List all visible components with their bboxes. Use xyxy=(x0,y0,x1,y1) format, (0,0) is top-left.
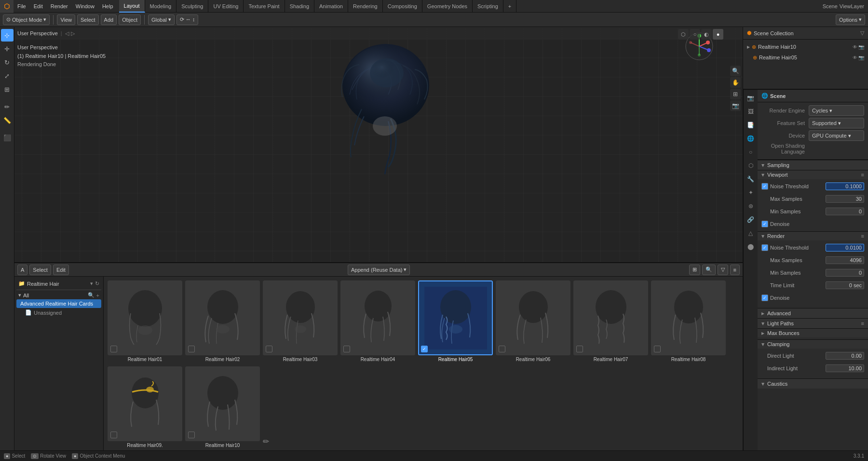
hair06-check[interactable] xyxy=(499,346,505,352)
asset-select-btn[interactable]: Select xyxy=(29,265,51,275)
all-category[interactable]: ▾ All 🔍 + xyxy=(16,291,101,299)
render-action-icon[interactable]: ≡ xyxy=(861,233,864,239)
props-tab-material[interactable]: ⬤ xyxy=(745,240,757,253)
tool-measure[interactable]: 📏 xyxy=(1,114,14,126)
props-tab-object[interactable]: ⬡ xyxy=(745,159,757,172)
shade-material[interactable]: ◐ xyxy=(701,29,712,40)
tool-scale[interactable]: ⤢ xyxy=(1,70,14,82)
transform-global[interactable]: Global ▾ xyxy=(148,14,175,25)
props-tab-view-layer[interactable]: 📑 xyxy=(745,119,757,131)
clamping-header[interactable]: ▶ Clamping xyxy=(758,339,868,349)
hair05-check[interactable]: ✓ xyxy=(421,346,428,352)
sort-btn[interactable]: ≡ xyxy=(730,265,740,275)
render-denoise-check[interactable]: ✓ xyxy=(761,294,768,301)
render-noise-check[interactable]: ✓ xyxy=(761,244,768,251)
unassigned-cat[interactable]: 📄 Unassigned xyxy=(16,308,101,317)
device-value[interactable]: GPU Compute ▾ xyxy=(809,130,864,141)
asset-hair10[interactable]: Realtime Hair10 xyxy=(185,366,260,449)
menu-window[interactable]: Window xyxy=(72,0,98,13)
hair01-check[interactable] xyxy=(110,346,117,352)
library-dropdown[interactable]: ▾ xyxy=(90,280,93,287)
tab-layout[interactable]: Layout xyxy=(119,0,145,13)
viewport-action-icon[interactable]: ≡ xyxy=(861,172,864,178)
tab-scripting[interactable]: Scripting xyxy=(473,0,503,13)
shade-wireframe[interactable]: ⬡ xyxy=(678,29,689,40)
hair09-check[interactable] xyxy=(110,432,117,438)
props-tab-particles[interactable]: ✦ xyxy=(745,186,757,199)
tab-shading[interactable]: Shading xyxy=(285,0,314,13)
vp-noise-check[interactable]: ✓ xyxy=(761,183,768,190)
hair08-check[interactable] xyxy=(654,346,661,352)
outliner-item-hair05[interactable]: ⊕ Realtime Hair05 👁 📷 xyxy=(743,52,868,63)
outliner-filter-icon[interactable]: ▽ xyxy=(860,30,864,36)
advanced-cat[interactable]: Advanced Realtime Hair Cards xyxy=(16,299,101,308)
object-mode-dropdown[interactable]: ⊙ Object Mode ▾ xyxy=(3,14,50,25)
tab-uv-editing[interactable]: UV Editing xyxy=(208,0,244,13)
view-layer-name[interactable]: ViewLayer xyxy=(840,3,864,9)
camera-icon[interactable]: 📷 xyxy=(730,100,741,111)
asset-hair04[interactable]: Realtime Hair04 xyxy=(340,280,415,363)
shade-rendered[interactable]: ● xyxy=(713,29,723,40)
tool-add-cube[interactable]: ⬛ xyxy=(1,131,14,144)
menu-edit[interactable]: Edit xyxy=(30,0,47,13)
asset-edit-btn[interactable]: Edit xyxy=(53,265,69,275)
tab-texture-paint[interactable]: Texture Paint xyxy=(244,0,285,13)
props-tab-modifiers[interactable]: 🔧 xyxy=(745,173,757,185)
indirect-light-value[interactable]: 10.00 xyxy=(826,364,864,372)
props-tab-render[interactable]: 📷 xyxy=(745,92,757,104)
bounces-header[interactable]: ▶ Max Bounces xyxy=(758,328,868,337)
tool-move[interactable]: ✛ xyxy=(1,42,14,55)
asset-view-btn[interactable]: A xyxy=(17,265,27,275)
asset-hair01[interactable]: Realtime Hair01 xyxy=(108,280,182,363)
edit-icon-btn[interactable]: ✏ xyxy=(263,437,275,449)
tool-annotate[interactable]: ✏ xyxy=(1,100,14,113)
light-paths-header[interactable]: ▶ Light Paths ≡ xyxy=(758,318,868,328)
menu-render[interactable]: Render xyxy=(47,0,72,13)
lp-action-icon[interactable]: ≡ xyxy=(861,321,864,326)
search-asset-btn[interactable]: 🔍 xyxy=(702,265,716,275)
render-sub-header[interactable]: ▶ Render ≡ xyxy=(758,231,868,240)
view-btn[interactable]: View xyxy=(57,14,75,25)
filter-btn[interactable]: ▽ xyxy=(718,265,728,275)
zoom-icon[interactable]: ⊞ xyxy=(730,89,741,99)
asset-hair09[interactable]: Realtime Hair09. xyxy=(108,366,182,449)
vp-noise-value[interactable]: 0.1000 xyxy=(826,182,864,190)
library-name[interactable]: Realtime Hair xyxy=(27,281,88,287)
append-mode-dropdown[interactable]: Append (Reuse Data) ▾ xyxy=(348,265,410,275)
tool-rotate[interactable]: ↻ xyxy=(1,56,14,69)
hair07-check[interactable] xyxy=(576,346,583,352)
render-noise-value[interactable]: 0.0100 xyxy=(826,244,864,251)
vis-eye-icon[interactable]: 👁 xyxy=(853,44,857,50)
outliner-item-hair10[interactable]: ▶ ⊕ Realtime Hair10 👁 📷 xyxy=(743,42,868,52)
sampling-header[interactable]: ▶ Sampling xyxy=(758,160,868,170)
transform-icons[interactable]: ⟳ ↔ ↕ xyxy=(176,14,199,25)
tool-transform[interactable]: ⊞ xyxy=(1,83,14,96)
asset-hair05[interactable]: ✓ Realtime Hair05 xyxy=(418,280,493,363)
add-btn[interactable]: Add xyxy=(101,14,117,25)
tab-add[interactable]: + xyxy=(503,0,516,13)
tab-animation[interactable]: Animation xyxy=(314,0,348,13)
asset-hair02[interactable]: Realtime Hair02 xyxy=(185,280,260,363)
props-tab-data[interactable]: △ xyxy=(745,227,757,239)
menu-file[interactable]: File xyxy=(14,0,30,13)
tab-compositing[interactable]: Compositing xyxy=(383,0,422,13)
tab-sculpting[interactable]: Sculpting xyxy=(176,0,208,13)
library-refresh[interactable]: ↻ xyxy=(95,280,99,287)
props-tab-constraints[interactable]: 🔗 xyxy=(745,213,757,226)
select-btn[interactable]: Select xyxy=(77,14,99,25)
vis-render-icon2[interactable]: 📷 xyxy=(858,55,864,60)
render-timelimit-value[interactable]: 0 sec xyxy=(826,281,864,289)
vis-render-icon[interactable]: 📷 xyxy=(858,44,864,50)
props-tab-output[interactable]: 🖼 xyxy=(745,105,757,118)
hair02-check[interactable] xyxy=(188,346,195,352)
grid-view-btn[interactable]: ⊞ xyxy=(689,265,700,275)
vp-denoise-check[interactable]: ✓ xyxy=(761,221,768,227)
render-min-samples-value[interactable]: 0 xyxy=(826,269,864,277)
direct-light-value[interactable]: 0.00 xyxy=(826,352,864,360)
advanced-header[interactable]: ▶ Advanced xyxy=(758,308,868,318)
caustics-header[interactable]: ▶ Caustics xyxy=(758,378,868,389)
vp-max-samples-value[interactable]: 30 xyxy=(826,195,864,203)
viewport[interactable]: User Perspective | ◁ ▷ User Perspective … xyxy=(14,27,743,262)
vp-min-samples-value[interactable]: 0 xyxy=(826,208,864,215)
asset-hair07[interactable]: Realtime Hair07 xyxy=(573,280,648,363)
